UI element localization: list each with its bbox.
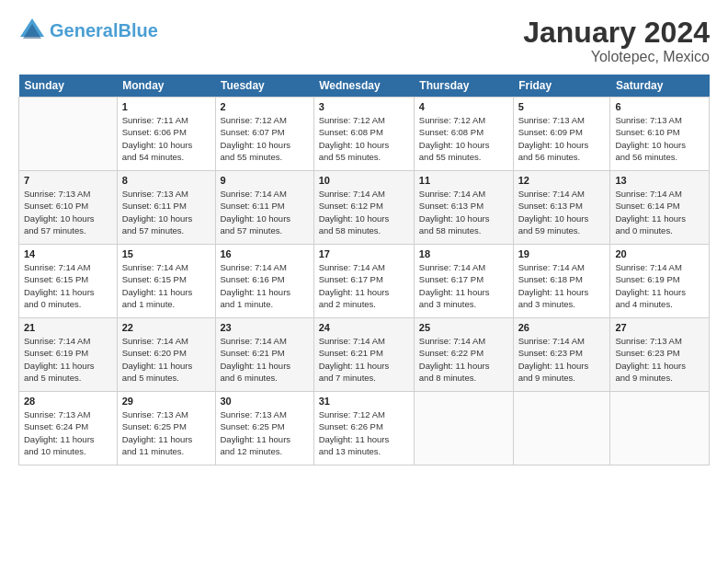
day-number: 10: [319, 175, 409, 186]
day-info: Sunrise: 7:14 AMSunset: 6:17 PMDaylight:…: [319, 261, 409, 310]
logo-text: GeneralBlue: [50, 21, 158, 40]
day-info: Sunrise: 7:14 AMSunset: 6:19 PMDaylight:…: [615, 261, 704, 310]
day-number: 6: [615, 101, 704, 112]
calendar-cell: [513, 392, 610, 465]
week-row-0: 1Sunrise: 7:11 AMSunset: 6:06 PMDaylight…: [19, 98, 710, 171]
calendar-cell: 7Sunrise: 7:13 AMSunset: 6:10 PMDaylight…: [19, 171, 118, 245]
day-number: 8: [122, 175, 210, 186]
day-info: Sunrise: 7:14 AMSunset: 6:21 PMDaylight:…: [221, 335, 309, 384]
day-number: 28: [24, 396, 112, 407]
day-number: 30: [221, 396, 309, 407]
header-monday: Monday: [117, 75, 215, 98]
day-info: Sunrise: 7:13 AMSunset: 6:10 PMDaylight:…: [24, 188, 112, 236]
day-number: 2: [221, 101, 309, 112]
day-number: 29: [122, 396, 210, 407]
day-number: 17: [319, 248, 409, 259]
day-number: 31: [319, 396, 409, 407]
calendar-cell: 25Sunrise: 7:14 AMSunset: 6:22 PMDayligh…: [414, 318, 513, 392]
day-info: Sunrise: 7:14 AMSunset: 6:14 PMDaylight:…: [615, 188, 704, 236]
calendar-table: Sunday Monday Tuesday Wednesday Thursday…: [18, 75, 710, 465]
day-info: Sunrise: 7:14 AMSunset: 6:15 PMDaylight:…: [122, 261, 210, 310]
day-info: Sunrise: 7:11 AMSunset: 6:06 PMDaylight:…: [122, 114, 210, 163]
day-number: 24: [319, 322, 409, 333]
day-info: Sunrise: 7:14 AMSunset: 6:23 PMDaylight:…: [518, 335, 606, 384]
logo: GeneralBlue: [18, 17, 158, 44]
weekday-header-row: Sunday Monday Tuesday Wednesday Thursday…: [19, 75, 710, 98]
day-info: Sunrise: 7:13 AMSunset: 6:24 PMDaylight:…: [24, 408, 112, 457]
day-number: 26: [518, 322, 606, 333]
day-number: 22: [122, 322, 210, 333]
calendar-cell: 12Sunrise: 7:14 AMSunset: 6:13 PMDayligh…: [513, 171, 610, 245]
day-info: Sunrise: 7:13 AMSunset: 6:11 PMDaylight:…: [122, 188, 210, 236]
day-info: Sunrise: 7:13 AMSunset: 6:09 PMDaylight:…: [518, 114, 606, 163]
logo-icon: [18, 17, 46, 44]
header-wednesday: Wednesday: [313, 75, 414, 98]
calendar-subtitle: Yolotepec, Mexico: [523, 49, 710, 65]
calendar-cell: 20Sunrise: 7:14 AMSunset: 6:19 PMDayligh…: [610, 245, 710, 318]
calendar-cell: 16Sunrise: 7:14 AMSunset: 6:16 PMDayligh…: [215, 245, 313, 318]
day-number: 21: [24, 322, 112, 333]
calendar-cell: [19, 98, 118, 171]
day-info: Sunrise: 7:12 AMSunset: 6:26 PMDaylight:…: [319, 408, 409, 457]
day-number: 4: [419, 101, 508, 112]
day-number: 20: [615, 248, 704, 259]
day-number: 15: [122, 248, 210, 259]
week-row-3: 21Sunrise: 7:14 AMSunset: 6:19 PMDayligh…: [19, 318, 710, 392]
calendar-title: January 2024: [523, 17, 710, 49]
day-number: 19: [518, 248, 606, 259]
calendar-cell: 15Sunrise: 7:14 AMSunset: 6:15 PMDayligh…: [117, 245, 215, 318]
calendar-cell: 2Sunrise: 7:12 AMSunset: 6:07 PMDaylight…: [215, 98, 313, 171]
day-info: Sunrise: 7:12 AMSunset: 6:07 PMDaylight:…: [221, 114, 309, 163]
day-info: Sunrise: 7:14 AMSunset: 6:22 PMDaylight:…: [419, 335, 508, 384]
header: GeneralBlue January 2024 Yolotepec, Mexi…: [18, 17, 710, 65]
calendar-cell: 13Sunrise: 7:14 AMSunset: 6:14 PMDayligh…: [610, 171, 710, 245]
day-number: 25: [419, 322, 508, 333]
calendar-cell: [414, 392, 513, 465]
calendar-cell: 24Sunrise: 7:14 AMSunset: 6:21 PMDayligh…: [313, 318, 414, 392]
calendar-cell: 19Sunrise: 7:14 AMSunset: 6:18 PMDayligh…: [513, 245, 610, 318]
calendar-cell: 9Sunrise: 7:14 AMSunset: 6:11 PMDaylight…: [215, 171, 313, 245]
week-row-1: 7Sunrise: 7:13 AMSunset: 6:10 PMDaylight…: [19, 171, 710, 245]
day-info: Sunrise: 7:13 AMSunset: 6:10 PMDaylight:…: [615, 114, 704, 163]
header-saturday: Saturday: [610, 75, 710, 98]
day-info: Sunrise: 7:13 AMSunset: 6:23 PMDaylight:…: [615, 335, 704, 384]
day-info: Sunrise: 7:14 AMSunset: 6:13 PMDaylight:…: [518, 188, 606, 236]
logo-blue-text: Blue: [118, 20, 157, 40]
day-info: Sunrise: 7:13 AMSunset: 6:25 PMDaylight:…: [221, 408, 309, 457]
calendar-cell: 3Sunrise: 7:12 AMSunset: 6:08 PMDaylight…: [313, 98, 414, 171]
day-info: Sunrise: 7:13 AMSunset: 6:25 PMDaylight:…: [122, 408, 210, 457]
week-row-4: 28Sunrise: 7:13 AMSunset: 6:24 PMDayligh…: [19, 392, 710, 465]
calendar-cell: 31Sunrise: 7:12 AMSunset: 6:26 PMDayligh…: [313, 392, 414, 465]
logo-general-text: General: [50, 20, 118, 40]
day-info: Sunrise: 7:12 AMSunset: 6:08 PMDaylight:…: [419, 114, 508, 163]
calendar-cell: 8Sunrise: 7:13 AMSunset: 6:11 PMDaylight…: [117, 171, 215, 245]
day-info: Sunrise: 7:14 AMSunset: 6:13 PMDaylight:…: [419, 188, 508, 236]
calendar-cell: 1Sunrise: 7:11 AMSunset: 6:06 PMDaylight…: [117, 98, 215, 171]
day-number: 23: [221, 322, 309, 333]
day-info: Sunrise: 7:14 AMSunset: 6:16 PMDaylight:…: [221, 261, 309, 310]
day-info: Sunrise: 7:14 AMSunset: 6:19 PMDaylight:…: [24, 335, 112, 384]
calendar-cell: 10Sunrise: 7:14 AMSunset: 6:12 PMDayligh…: [313, 171, 414, 245]
day-info: Sunrise: 7:14 AMSunset: 6:18 PMDaylight:…: [518, 261, 606, 310]
header-sunday: Sunday: [19, 75, 118, 98]
calendar-cell: [610, 392, 710, 465]
calendar-cell: 22Sunrise: 7:14 AMSunset: 6:20 PMDayligh…: [117, 318, 215, 392]
day-number: 14: [24, 248, 112, 259]
calendar-cell: 27Sunrise: 7:13 AMSunset: 6:23 PMDayligh…: [610, 318, 710, 392]
header-thursday: Thursday: [414, 75, 513, 98]
day-number: 3: [319, 101, 409, 112]
calendar-cell: 21Sunrise: 7:14 AMSunset: 6:19 PMDayligh…: [19, 318, 118, 392]
day-info: Sunrise: 7:14 AMSunset: 6:12 PMDaylight:…: [319, 188, 409, 236]
week-row-2: 14Sunrise: 7:14 AMSunset: 6:15 PMDayligh…: [19, 245, 710, 318]
day-info: Sunrise: 7:12 AMSunset: 6:08 PMDaylight:…: [319, 114, 409, 163]
calendar-cell: 26Sunrise: 7:14 AMSunset: 6:23 PMDayligh…: [513, 318, 610, 392]
calendar-cell: 29Sunrise: 7:13 AMSunset: 6:25 PMDayligh…: [117, 392, 215, 465]
day-info: Sunrise: 7:14 AMSunset: 6:17 PMDaylight:…: [419, 261, 508, 310]
calendar-cell: 4Sunrise: 7:12 AMSunset: 6:08 PMDaylight…: [414, 98, 513, 171]
title-block: January 2024 Yolotepec, Mexico: [523, 17, 710, 65]
day-info: Sunrise: 7:14 AMSunset: 6:15 PMDaylight:…: [24, 261, 112, 310]
calendar-cell: 30Sunrise: 7:13 AMSunset: 6:25 PMDayligh…: [215, 392, 313, 465]
day-number: 11: [419, 175, 508, 186]
calendar-cell: 6Sunrise: 7:13 AMSunset: 6:10 PMDaylight…: [610, 98, 710, 171]
day-number: 7: [24, 175, 112, 186]
